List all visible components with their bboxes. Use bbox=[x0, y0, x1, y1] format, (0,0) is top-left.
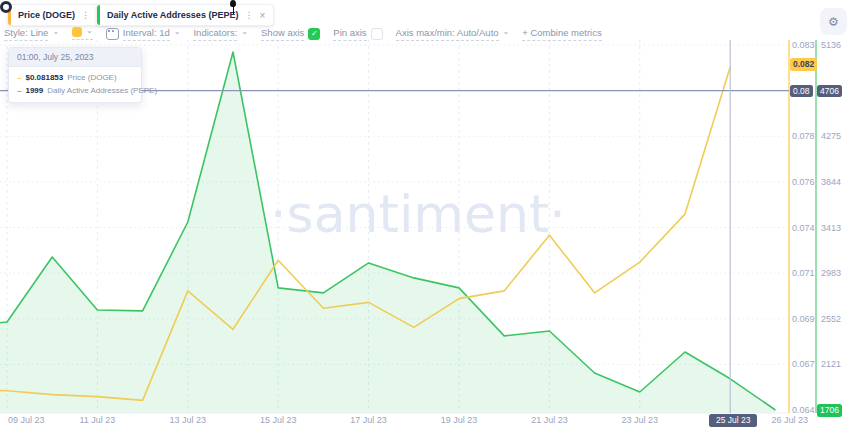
tooltip-row-price: – $0.081853 Price (DOGE) bbox=[9, 71, 141, 84]
gear-icon: ⚙ bbox=[828, 15, 839, 29]
addresses-area-fill bbox=[0, 52, 775, 413]
interval-dropdown[interactable]: Interval: 1d ⌄ bbox=[106, 27, 181, 41]
tab-label: Daily Active Addresses (PEPE) bbox=[107, 10, 238, 20]
series-color-dash: – bbox=[17, 86, 21, 95]
chevron-down-icon: ⌄ bbox=[503, 28, 510, 36]
settings-button[interactable]: ⚙ bbox=[820, 8, 847, 35]
addresses-axis-tick: 2121 bbox=[821, 359, 841, 369]
price-axis-tick: 0.064 bbox=[792, 405, 815, 415]
addresses-axis-tick: 2552 bbox=[821, 314, 841, 324]
mouse-cursor-pin bbox=[229, 0, 237, 15]
tab-accent-bar bbox=[97, 5, 100, 25]
price-crosshair-badge: 0.08 bbox=[790, 85, 813, 98]
series-color-dash: – bbox=[17, 73, 21, 82]
addresses-crosshair-badge: 4706 bbox=[817, 85, 842, 98]
date-axis-tick: 13 Jul 23 bbox=[164, 415, 212, 425]
addresses-axis-tick: 4275 bbox=[821, 131, 841, 141]
close-icon[interactable]: × bbox=[259, 10, 265, 21]
axis-maxmin-dropdown[interactable]: Axis max/min: Auto/Auto ⌄ bbox=[396, 27, 510, 41]
tab-label: Price (DOGE) bbox=[18, 10, 75, 20]
date-axis-tick: 26 Jul 23 bbox=[771, 415, 808, 425]
hover-tooltip: 01:00, July 25, 2023 – $0.081853 Price (… bbox=[8, 47, 142, 103]
price-axis-tick: 0.078 bbox=[792, 131, 815, 141]
show-axis-toggle[interactable]: Show axis ✓ bbox=[261, 27, 320, 41]
chevron-down-icon: ⌄ bbox=[174, 28, 181, 36]
date-axis-tick: 19 Jul 23 bbox=[435, 415, 483, 425]
price-axis-tick: 0.071 bbox=[792, 268, 815, 278]
date-axis-tick: 23 Jul 23 bbox=[616, 415, 664, 425]
addresses-axis-tick: 2983 bbox=[821, 268, 841, 278]
pin-axis-toggle[interactable]: Pin axis bbox=[333, 27, 382, 41]
color-swatch bbox=[72, 27, 82, 37]
santiment-chart-app: Price (DOGE) ⋮ × Daily Active Addresses … bbox=[0, 0, 850, 429]
addresses-axis-tick: 5136 bbox=[821, 40, 841, 50]
calendar-icon bbox=[106, 28, 119, 40]
date-axis-tick: 09 Jul 23 bbox=[8, 415, 45, 425]
price-axis-tick: 0.069 bbox=[792, 314, 815, 324]
show-axis-checkbox[interactable]: ✓ bbox=[308, 28, 320, 40]
price-axis-tick: 0.076 bbox=[792, 177, 815, 187]
chevron-down-icon: ⌄ bbox=[241, 28, 248, 36]
price-last-value-badge: 0.082 bbox=[790, 58, 817, 71]
price-axis-tick: 0.074 bbox=[792, 223, 815, 233]
tab-daily-active-addresses-pepe[interactable]: Daily Active Addresses (PEPE) ⋮ × bbox=[96, 4, 274, 26]
indicators-dropdown[interactable]: Indicators: ⌄ bbox=[193, 27, 248, 41]
pin-axis-checkbox[interactable] bbox=[371, 28, 383, 40]
date-axis-tick: 11 Jul 23 bbox=[73, 415, 121, 425]
chevron-down-icon: ⌄ bbox=[52, 28, 59, 36]
date-axis-tick: 17 Jul 23 bbox=[345, 415, 393, 425]
tooltip-timestamp: 01:00, July 25, 2023 bbox=[9, 48, 141, 67]
chevron-down-icon: ⌄ bbox=[86, 27, 93, 35]
chart-toolbar: Style: Line ⌄ ⌄ Interval: 1d ⌄ Indicator… bbox=[4, 25, 602, 42]
cursor-ring-marker bbox=[0, 1, 12, 13]
addresses-axis-tick: 3413 bbox=[821, 223, 841, 233]
color-swatch-dropdown[interactable]: ⌄ bbox=[72, 27, 93, 40]
addresses-axis-tick: 3844 bbox=[821, 177, 841, 187]
price-axis-tick: 0.067 bbox=[792, 359, 815, 369]
tooltip-row-addresses: – 1999 Daily Active Addresses (PEPE) bbox=[9, 84, 141, 97]
kebab-menu-icon[interactable]: ⋮ bbox=[81, 10, 90, 20]
addresses-last-value-badge: 1706 bbox=[817, 404, 842, 417]
kebab-menu-icon[interactable]: ⋮ bbox=[244, 10, 253, 20]
price-axis-tick: 0.083 bbox=[792, 40, 815, 50]
date-axis-tick: 15 Jul 23 bbox=[254, 415, 302, 425]
style-dropdown[interactable]: Style: Line ⌄ bbox=[4, 27, 59, 41]
combine-metrics-button[interactable]: + Combine metrics bbox=[522, 27, 601, 41]
date-axis-tick: 21 Jul 23 bbox=[525, 415, 573, 425]
date-crosshair-badge: 25 Jul 23 bbox=[709, 414, 757, 427]
